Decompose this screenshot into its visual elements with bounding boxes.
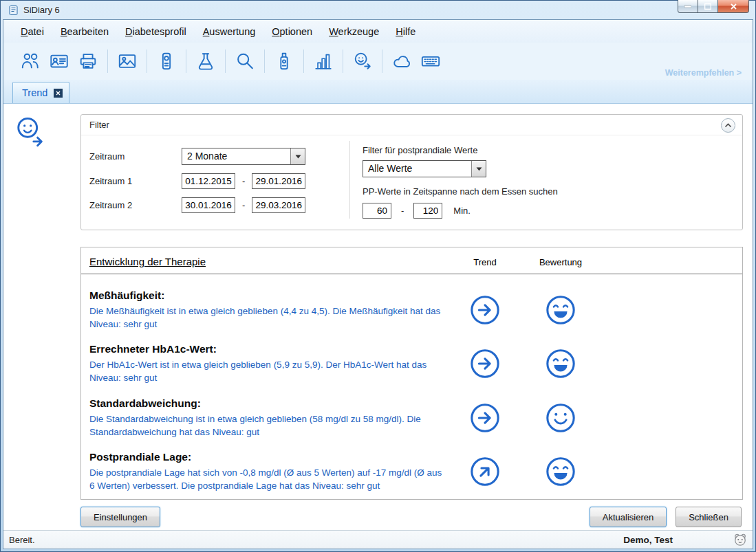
trend-button[interactable] (348, 47, 377, 76)
range-dash: - (242, 176, 245, 186)
statistics-button[interactable] (309, 47, 338, 76)
collapse-filter-button[interactable] (721, 118, 735, 133)
grin-smiley-icon (545, 456, 576, 487)
zeitraum-label: Zeitraum (89, 151, 182, 162)
range-dash: - (242, 200, 245, 210)
zeitraum2-from-input[interactable] (182, 197, 235, 213)
therapy-row: Errechneter HbA1c-Wert: Der HbA1c-Wert i… (81, 338, 742, 391)
toolbar-separator (225, 49, 226, 73)
row-heading: Errechneter HbA1c-Wert: (89, 343, 447, 355)
print-button[interactable] (74, 47, 102, 76)
menu-auswertung[interactable]: Auswertung (197, 23, 262, 41)
tab-trend-label: Trend (22, 87, 47, 98)
zeitraum-select[interactable]: 2 Monate (182, 148, 305, 165)
close-icon (731, 3, 737, 10)
device-button[interactable] (152, 47, 181, 76)
statusbar: Bereit. Demo, Test (3, 530, 753, 549)
minimize-button[interactable] (678, 0, 698, 13)
glucometer-button[interactable] (270, 47, 299, 76)
pp-filter-select-dropdown-icon[interactable] (471, 161, 486, 177)
zeitraum2-label: Zeitraum 2 (89, 200, 182, 210)
therapy-title: Entwicklung der Therapie (89, 256, 447, 267)
picture-button[interactable] (113, 47, 142, 76)
menubar: Datei Bearbeiten Diabetesprofil Auswertu… (3, 19, 753, 43)
app-icon (8, 5, 19, 16)
pp-span-label: PP-Werte in Zeitspanne nach dem Essen su… (363, 186, 558, 197)
tab-close-button[interactable] (54, 89, 63, 98)
pp-from-input[interactable] (363, 203, 391, 219)
grin-smiley-icon (545, 348, 576, 379)
toolbar-separator (303, 49, 304, 73)
minimize-icon (684, 5, 691, 8)
cloud-sync-button[interactable] (387, 47, 416, 76)
row-description: Die Standardabweichung ist in etwa gleic… (89, 412, 447, 439)
therapy-row: Standardabweichung: Die Standardabweichu… (81, 392, 742, 445)
maximize-button[interactable] (698, 0, 717, 13)
trend-column-header: Trend (447, 257, 523, 267)
row-description: Die Meßhäufigkeit ist in etwa gleich geb… (89, 305, 447, 331)
toolbar-separator (382, 49, 382, 73)
device-icon (156, 51, 177, 71)
row-description: Die postprandiale Lage hat sich von -0,8… (89, 466, 447, 492)
row-heading: Standardabweichung: (89, 397, 447, 410)
pp-filter-select-value: Alle Werte (363, 161, 471, 177)
row-heading: Meßhäufigkeit: (89, 289, 447, 302)
menu-hilfe[interactable]: Hilfe (389, 23, 422, 41)
therapy-row: Postprandiale Lage: Die postprandiale La… (81, 445, 742, 499)
zeitraum1-to-input[interactable] (252, 173, 305, 189)
pp-to-input[interactable] (413, 203, 442, 219)
menu-werkzeuge[interactable]: Werkzeuge (323, 23, 385, 41)
lab-icon (195, 51, 216, 71)
maximize-icon (704, 3, 711, 10)
range-dash: - (401, 206, 404, 216)
therapy-panel: Entwicklung der Therapie Trend Bewertung… (80, 247, 743, 500)
content-area: Filter Zeitraum 2 Monate (3, 104, 753, 530)
trend-page-smiley-icon (15, 116, 47, 151)
zeitraum-select-value: 2 Monate (182, 148, 290, 164)
arrow-right-circle-icon (469, 402, 501, 434)
footer-buttons: Einstellungen Aktualisieren Schließen (80, 507, 742, 527)
lab-button[interactable] (191, 47, 220, 76)
toolbar: Weiterempfehlen > (3, 43, 753, 80)
search-icon (235, 51, 255, 71)
chevron-up-icon (724, 123, 732, 128)
window-title: SiDiary 6 (23, 5, 60, 15)
search-button[interactable] (230, 47, 259, 76)
patients-button[interactable] (16, 47, 45, 76)
keyboard-button[interactable] (416, 47, 445, 76)
patients-icon (20, 51, 41, 71)
grin-smiley-icon (545, 294, 576, 326)
pp-filter-select[interactable]: Alle Werte (363, 160, 486, 177)
keyboard-icon (420, 51, 441, 71)
status-ready-label: Bereit. (9, 535, 35, 545)
menu-datei[interactable]: Datei (14, 23, 50, 41)
filter-panel: Filter Zeitraum 2 Monate (80, 114, 743, 230)
zeitraum-select-dropdown-icon[interactable] (290, 148, 305, 164)
row-heading: Postprandiale Lage: (89, 451, 447, 463)
filter-panel-title: Filter (81, 115, 742, 135)
menu-bearbeiten[interactable]: Bearbeiten (54, 23, 115, 41)
einstellungen-button[interactable]: Einstellungen (80, 507, 160, 527)
aktualisieren-button[interactable]: Aktualisieren (590, 507, 667, 527)
patient-record-button[interactable] (45, 47, 74, 76)
trend-smiley-icon (352, 51, 373, 71)
tab-trend[interactable]: Trend (12, 82, 69, 103)
toolbar-separator (147, 49, 147, 73)
toolbar-separator (343, 49, 343, 73)
arrow-up-right-circle-icon (469, 456, 501, 487)
zeitraum2-to-input[interactable] (252, 197, 305, 213)
menu-diabetesprofil[interactable]: Diabetesprofil (119, 23, 193, 41)
recommend-link[interactable]: Weiterempfehlen > (665, 68, 742, 78)
menu-optionen[interactable]: Optionen (266, 23, 318, 41)
mascot-icon[interactable] (733, 533, 747, 547)
tabstrip: Trend (3, 80, 753, 104)
close-button[interactable] (717, 0, 749, 13)
bewertung-column-header: Bewertung (523, 257, 598, 267)
pp-unit-label: Min. (453, 206, 471, 216)
toolbar-separator (186, 49, 186, 73)
glucometer-icon (274, 51, 294, 71)
pp-filter-label: Filter für postprandiale Werte (363, 145, 558, 155)
zeitraum1-from-input[interactable] (182, 173, 235, 189)
app-window: SiDiary 6 Datei Bearbeiten Diabetesprofi… (0, 0, 756, 552)
schliessen-button[interactable]: Schließen (676, 507, 742, 527)
